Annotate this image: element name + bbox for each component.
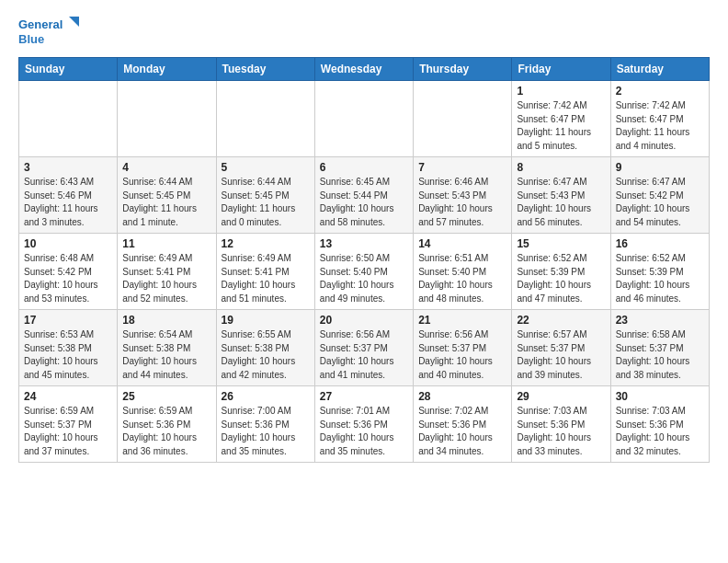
- day-number: 27: [320, 390, 408, 403]
- day-info: Sunrise: 6:50 AM Sunset: 5:40 PM Dayligh…: [320, 252, 408, 305]
- page: General Blue SundayMondayTuesdayWednesda…: [0, 0, 728, 472]
- day-cell: [216, 81, 314, 157]
- day-info: Sunrise: 6:52 AM Sunset: 5:39 PM Dayligh…: [517, 252, 605, 305]
- day-cell: [118, 81, 216, 157]
- day-info: Sunrise: 6:54 AM Sunset: 5:38 PM Dayligh…: [122, 328, 210, 382]
- day-number: 14: [418, 237, 506, 250]
- day-number: 30: [616, 390, 704, 403]
- day-number: 28: [418, 390, 506, 403]
- day-cell: 1Sunrise: 7:42 AM Sunset: 6:47 PM Daylig…: [512, 81, 610, 157]
- day-number: 10: [24, 237, 112, 250]
- day-number: 25: [122, 390, 210, 403]
- day-info: Sunrise: 6:45 AM Sunset: 5:44 PM Dayligh…: [320, 176, 408, 229]
- day-cell: 2Sunrise: 7:42 AM Sunset: 6:47 PM Daylig…: [610, 81, 709, 157]
- day-info: Sunrise: 6:58 AM Sunset: 5:37 PM Dayligh…: [616, 328, 704, 382]
- day-cell: 17Sunrise: 6:53 AM Sunset: 5:38 PM Dayli…: [19, 310, 118, 386]
- week-row-4: 24Sunrise: 6:59 AM Sunset: 5:37 PM Dayli…: [19, 386, 710, 463]
- day-info: Sunrise: 6:59 AM Sunset: 5:36 PM Dayligh…: [122, 405, 210, 458]
- day-info: Sunrise: 6:57 AM Sunset: 5:37 PM Dayligh…: [517, 328, 605, 382]
- day-number: 5: [222, 161, 310, 174]
- day-number: 26: [222, 390, 310, 403]
- day-cell: 23Sunrise: 6:58 AM Sunset: 5:37 PM Dayli…: [610, 310, 709, 386]
- day-cell: 15Sunrise: 6:52 AM Sunset: 5:39 PM Dayli…: [512, 234, 610, 310]
- col-header-wednesday: Wednesday: [314, 58, 413, 81]
- day-cell: 12Sunrise: 6:49 AM Sunset: 5:41 PM Dayli…: [216, 234, 314, 310]
- svg-marker-2: [69, 17, 79, 27]
- svg-text:General: General: [18, 17, 63, 31]
- day-info: Sunrise: 6:52 AM Sunset: 5:39 PM Dayligh…: [616, 252, 704, 305]
- day-number: 4: [122, 161, 210, 174]
- day-cell: 16Sunrise: 6:52 AM Sunset: 5:39 PM Dayli…: [610, 234, 709, 310]
- col-header-thursday: Thursday: [414, 58, 512, 81]
- week-row-3: 17Sunrise: 6:53 AM Sunset: 5:38 PM Dayli…: [19, 310, 710, 386]
- day-number: 18: [122, 314, 210, 327]
- day-number: 11: [122, 237, 210, 250]
- day-cell: 19Sunrise: 6:55 AM Sunset: 5:38 PM Dayli…: [216, 310, 314, 386]
- day-cell: 7Sunrise: 6:46 AM Sunset: 5:43 PM Daylig…: [414, 157, 512, 234]
- day-number: 17: [24, 314, 112, 327]
- day-cell: 27Sunrise: 7:01 AM Sunset: 5:36 PM Dayli…: [314, 386, 413, 463]
- day-number: 13: [320, 237, 408, 250]
- day-info: Sunrise: 6:46 AM Sunset: 5:43 PM Dayligh…: [418, 176, 506, 229]
- day-info: Sunrise: 6:55 AM Sunset: 5:38 PM Dayligh…: [222, 328, 310, 382]
- day-cell: 18Sunrise: 6:54 AM Sunset: 5:38 PM Dayli…: [118, 310, 216, 386]
- day-cell: 25Sunrise: 6:59 AM Sunset: 5:36 PM Dayli…: [118, 386, 216, 463]
- day-info: Sunrise: 6:44 AM Sunset: 5:45 PM Dayligh…: [122, 176, 210, 229]
- day-number: 23: [616, 314, 704, 327]
- day-number: 24: [24, 390, 112, 403]
- day-info: Sunrise: 7:03 AM Sunset: 5:36 PM Dayligh…: [616, 405, 704, 458]
- week-row-2: 10Sunrise: 6:48 AM Sunset: 5:42 PM Dayli…: [19, 234, 710, 310]
- day-number: 9: [616, 161, 704, 174]
- week-row-1: 3Sunrise: 6:43 AM Sunset: 5:46 PM Daylig…: [19, 157, 710, 234]
- day-info: Sunrise: 6:47 AM Sunset: 5:42 PM Dayligh…: [616, 176, 704, 229]
- logo-svg: General Blue: [18, 15, 83, 48]
- day-info: Sunrise: 6:56 AM Sunset: 5:37 PM Dayligh…: [320, 328, 408, 382]
- day-cell: 26Sunrise: 7:00 AM Sunset: 5:36 PM Dayli…: [216, 386, 314, 463]
- day-info: Sunrise: 7:00 AM Sunset: 5:36 PM Dayligh…: [222, 405, 310, 458]
- day-cell: 13Sunrise: 6:50 AM Sunset: 5:40 PM Dayli…: [314, 234, 413, 310]
- day-cell: 28Sunrise: 7:02 AM Sunset: 5:36 PM Dayli…: [414, 386, 512, 463]
- day-cell: 10Sunrise: 6:48 AM Sunset: 5:42 PM Dayli…: [19, 234, 118, 310]
- day-info: Sunrise: 6:48 AM Sunset: 5:42 PM Dayligh…: [24, 252, 112, 305]
- day-cell: 29Sunrise: 7:03 AM Sunset: 5:36 PM Dayli…: [512, 386, 610, 463]
- day-cell: 3Sunrise: 6:43 AM Sunset: 5:46 PM Daylig…: [19, 157, 118, 234]
- day-info: Sunrise: 7:42 AM Sunset: 6:47 PM Dayligh…: [517, 99, 605, 153]
- day-info: Sunrise: 6:43 AM Sunset: 5:46 PM Dayligh…: [24, 176, 112, 229]
- day-number: 6: [320, 161, 408, 174]
- day-info: Sunrise: 6:53 AM Sunset: 5:38 PM Dayligh…: [24, 328, 112, 382]
- day-info: Sunrise: 7:03 AM Sunset: 5:36 PM Dayligh…: [517, 405, 605, 458]
- day-number: 3: [24, 161, 112, 174]
- day-cell: 21Sunrise: 6:56 AM Sunset: 5:37 PM Dayli…: [414, 310, 512, 386]
- day-number: 1: [517, 85, 605, 98]
- day-number: 16: [616, 237, 704, 250]
- day-cell: 9Sunrise: 6:47 AM Sunset: 5:42 PM Daylig…: [610, 157, 709, 234]
- day-info: Sunrise: 6:49 AM Sunset: 5:41 PM Dayligh…: [122, 252, 210, 305]
- logo: General Blue: [18, 15, 83, 48]
- day-number: 19: [222, 314, 310, 327]
- day-cell: [314, 81, 413, 157]
- day-cell: [19, 81, 118, 157]
- day-number: 12: [222, 237, 310, 250]
- day-cell: [414, 81, 512, 157]
- day-cell: 11Sunrise: 6:49 AM Sunset: 5:41 PM Dayli…: [118, 234, 216, 310]
- col-header-sunday: Sunday: [19, 58, 118, 81]
- day-number: 21: [418, 314, 506, 327]
- day-cell: 4Sunrise: 6:44 AM Sunset: 5:45 PM Daylig…: [118, 157, 216, 234]
- day-cell: 22Sunrise: 6:57 AM Sunset: 5:37 PM Dayli…: [512, 310, 610, 386]
- day-info: Sunrise: 6:49 AM Sunset: 5:41 PM Dayligh…: [222, 252, 310, 305]
- day-cell: 5Sunrise: 6:44 AM Sunset: 5:45 PM Daylig…: [216, 157, 314, 234]
- day-info: Sunrise: 6:47 AM Sunset: 5:43 PM Dayligh…: [517, 176, 605, 229]
- day-info: Sunrise: 7:02 AM Sunset: 5:36 PM Dayligh…: [418, 405, 506, 458]
- col-header-monday: Monday: [118, 58, 216, 81]
- day-number: 7: [418, 161, 506, 174]
- header-row: SundayMondayTuesdayWednesdayThursdayFrid…: [19, 58, 710, 81]
- day-number: 20: [320, 314, 408, 327]
- day-info: Sunrise: 6:51 AM Sunset: 5:40 PM Dayligh…: [418, 252, 506, 305]
- day-cell: 8Sunrise: 6:47 AM Sunset: 5:43 PM Daylig…: [512, 157, 610, 234]
- day-cell: 24Sunrise: 6:59 AM Sunset: 5:37 PM Dayli…: [19, 386, 118, 463]
- day-info: Sunrise: 7:01 AM Sunset: 5:36 PM Dayligh…: [320, 405, 408, 458]
- day-cell: 30Sunrise: 7:03 AM Sunset: 5:36 PM Dayli…: [610, 386, 709, 463]
- day-cell: 6Sunrise: 6:45 AM Sunset: 5:44 PM Daylig…: [314, 157, 413, 234]
- col-header-tuesday: Tuesday: [216, 58, 314, 81]
- col-header-friday: Friday: [512, 58, 610, 81]
